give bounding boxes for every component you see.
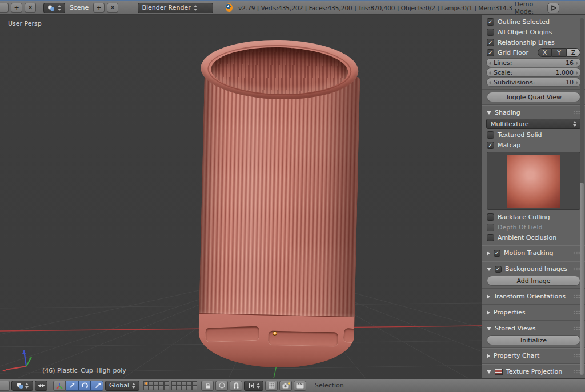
render-engine-dropdown[interactable]: Blender Render — [138, 3, 213, 13]
layer-toggle[interactable] — [149, 381, 154, 386]
transform-orientation-dropdown[interactable]: Global — [105, 381, 139, 391]
checkbox-checked-icon[interactable]: ✓ — [487, 142, 494, 149]
all-object-origins-row[interactable]: All Object Origins — [482, 27, 585, 37]
panel-open-icon[interactable] — [487, 327, 491, 330]
panel-closed-icon[interactable] — [487, 251, 490, 256]
checkbox-unchecked-icon[interactable] — [487, 29, 494, 36]
checkbox-checked-icon[interactable]: ✓ — [487, 39, 494, 46]
add-layout-button[interactable]: + — [11, 3, 22, 13]
matcap-preview-box[interactable] — [487, 152, 580, 210]
ambient-occlusion-row[interactable]: Ambient Occlusion — [482, 232, 585, 243]
axis-z-toggle[interactable]: Z — [566, 48, 580, 57]
increment-arrow-icon[interactable] — [576, 80, 578, 85]
layer-toggle[interactable] — [154, 381, 159, 386]
delete-layout-button[interactable]: ✕ — [25, 3, 36, 13]
checkbox-checked-icon[interactable]: ✓ — [494, 250, 500, 257]
axis-y-toggle[interactable]: Y — [552, 48, 566, 57]
demo-play-button[interactable] — [547, 3, 559, 13]
toggle-quad-view-button[interactable]: Toggle Quad View — [487, 92, 580, 102]
grid-floor-row[interactable]: ✓ Grid Floor X Y Z — [482, 47, 585, 58]
snap-target-button[interactable] — [265, 381, 278, 391]
opengl-render-animation-button[interactable] — [294, 381, 306, 391]
increment-arrow-icon[interactable] — [576, 71, 578, 75]
property-chart-panel-header[interactable]: Property Chart — [482, 350, 585, 361]
layer-toggle[interactable] — [177, 381, 182, 386]
background-images-panel-header[interactable]: ✓ Background Images — [482, 264, 585, 274]
depth-of-field-row[interactable]: Depth Of Field — [482, 222, 585, 232]
layer-toggle[interactable] — [164, 381, 169, 386]
checkbox-checked-icon[interactable]: ✓ — [495, 266, 502, 273]
relationship-lines-row[interactable]: ✓ Relationship Lines — [482, 37, 585, 47]
initialize-button[interactable]: Initialize — [487, 335, 580, 345]
properties-panel-header[interactable]: Properties — [482, 307, 585, 318]
layer-toggle[interactable] — [177, 386, 182, 390]
layer-toggle[interactable] — [159, 386, 164, 390]
proportional-editing-button[interactable] — [215, 381, 228, 391]
blender-logo-icon[interactable] — [226, 3, 233, 12]
subdivisions-number-field[interactable]: Subdivisions: 10 — [486, 78, 581, 87]
axis-x-toggle[interactable]: X — [538, 48, 552, 57]
layer-toggle[interactable] — [171, 386, 177, 390]
snap-element-dropdown[interactable] — [244, 381, 263, 391]
opengl-render-image-button[interactable] — [279, 381, 292, 391]
scene-name-field[interactable]: Scene — [67, 4, 91, 11]
layer-group-2[interactable] — [171, 381, 197, 390]
viewport-shading-dropdown[interactable] — [35, 381, 47, 391]
layer-toggle[interactable] — [143, 386, 149, 390]
add-image-button[interactable]: Add Image — [487, 276, 580, 286]
panel-closed-icon[interactable] — [487, 310, 490, 315]
layer-group-1[interactable] — [143, 381, 169, 390]
layer-toggle[interactable] — [159, 381, 164, 386]
textured-solid-row[interactable]: Textured Solid — [482, 130, 585, 140]
motion-tracking-panel-header[interactable]: ✓ Motion Tracking — [482, 248, 585, 258]
scrollbar-thumb[interactable] — [580, 183, 584, 375]
shading-mode-dropdown[interactable]: Multitexture — [486, 119, 581, 129]
layer-toggle[interactable] — [164, 386, 169, 390]
transform-orientations-panel-header[interactable]: Transform Orientations — [482, 291, 585, 302]
shading-panel-header[interactable]: Shading — [482, 107, 585, 118]
viewport-3d[interactable]: User Persp (46) Plastic_Cup_High-poly — [0, 15, 482, 378]
sidebar-scrollbar[interactable] — [580, 18, 584, 375]
texture-projection-panel-header[interactable]: Texture Projection — [482, 366, 585, 377]
panel-closed-icon[interactable] — [487, 354, 490, 358]
delete-scene-button[interactable]: ✕ — [107, 3, 118, 13]
panel-open-icon[interactable] — [487, 268, 491, 271]
decrement-arrow-icon[interactable] — [489, 61, 491, 66]
layer-toggle[interactable] — [187, 386, 192, 390]
checkbox-unchecked-icon[interactable] — [487, 213, 494, 221]
layer-toggle[interactable] — [154, 386, 159, 390]
editor-type-button-partial[interactable] — [0, 381, 10, 391]
layer-toggle[interactable] — [143, 381, 149, 386]
outline-selected-row[interactable]: ✓ Outline Selected — [482, 17, 585, 27]
mode-dropdown[interactable] — [11, 381, 33, 391]
matcap-row[interactable]: ✓ Matcap — [482, 140, 585, 150]
layer-toggle[interactable] — [192, 386, 197, 390]
panel-open-icon[interactable] — [487, 111, 491, 115]
layer-toggle[interactable] — [182, 381, 187, 386]
layer-toggle[interactable] — [187, 381, 192, 386]
selection-menu-label[interactable]: Selection — [315, 382, 344, 389]
scale-manipulator-button[interactable] — [91, 381, 103, 391]
decrement-arrow-icon[interactable] — [489, 71, 491, 75]
rotate-manipulator-button[interactable] — [78, 381, 91, 391]
editor-type-button-partial[interactable] — [0, 3, 9, 13]
add-scene-button[interactable]: + — [93, 3, 105, 13]
checkbox-unchecked-icon[interactable] — [487, 131, 494, 139]
snap-toggle-button[interactable] — [230, 381, 242, 391]
checkbox-unchecked-icon[interactable] — [487, 234, 494, 241]
backface-culling-row[interactable]: Backface Culling — [482, 212, 585, 222]
manipulator-toggle-button[interactable] — [53, 381, 66, 391]
decrement-arrow-icon[interactable] — [489, 80, 491, 85]
increment-arrow-icon[interactable] — [576, 61, 578, 66]
layer-toggle[interactable] — [182, 386, 187, 390]
stored-views-panel-header[interactable]: Stored Views — [482, 323, 585, 334]
translate-manipulator-button[interactable] — [66, 381, 78, 391]
checkbox-checked-icon[interactable]: ✓ — [487, 49, 494, 56]
layer-toggle[interactable] — [192, 381, 197, 386]
layer-toggle[interactable] — [149, 386, 154, 390]
checkbox-unchecked-icon[interactable] — [487, 224, 494, 231]
layer-toggle[interactable] — [171, 381, 177, 386]
lock-to-scene-button[interactable] — [201, 381, 214, 391]
panel-open-icon[interactable] — [487, 370, 491, 374]
checkbox-checked-icon[interactable]: ✓ — [487, 18, 494, 26]
